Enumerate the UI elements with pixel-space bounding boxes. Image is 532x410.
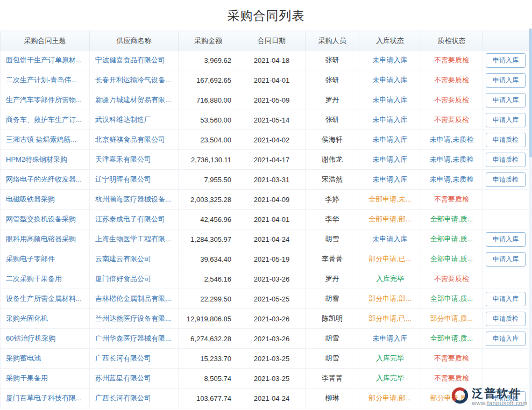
apply-warehouse-button[interactable]: 申请入库: [486, 292, 526, 306]
contract-subject-link[interactable]: 眼科用高频电镕器采购: [6, 235, 76, 243]
qc-status: 未申请,未质检: [430, 175, 474, 183]
contract-date: 2021-05-25: [238, 289, 306, 309]
warehouse-status: 部分申请,部...: [368, 294, 411, 303]
contract-subject-link[interactable]: 采购电子零部件: [6, 255, 55, 263]
table-row: 厦门百草电子科技有限...广西长河有限公司103,677.742021-04-2…: [1, 389, 529, 408]
table-row: 商务车、救护车生产订...武汉科维达制造厂53,560.002021-05-14…: [1, 110, 529, 130]
warehouse-status: 部分申请,部...: [368, 394, 411, 402]
supplier-name-link[interactable]: 江苏泰成电子有限公司: [95, 215, 165, 223]
qc-status: 全部申请,质...: [430, 294, 473, 303]
table-row: 二次生产计划-青岛伟...长春开利运输冷气设备...167,692.652021…: [1, 70, 529, 90]
warehouse-status: 全部申请,未...: [368, 195, 411, 203]
supplier-name-link[interactable]: 广西长河有限公司: [95, 354, 151, 362]
warehouse-status: 入库完毕: [376, 374, 404, 382]
contract-date: 2021-04-17: [238, 150, 306, 170]
warehouse-status: 入库完毕: [376, 275, 404, 283]
apply-qc-button[interactable]: 申请质检: [486, 133, 526, 147]
contract-subject-link[interactable]: 采购干果备用: [6, 374, 48, 382]
scrollbar-thumb[interactable]: [529, 28, 532, 157]
purchaser-name: 谢伟龙: [306, 150, 359, 170]
contract-subject-link[interactable]: 电磁吸铁器采购: [6, 195, 55, 203]
contract-date: 2021-03-25: [238, 369, 306, 389]
contract-subject-link[interactable]: 厦门百草电子科技有限...: [6, 394, 82, 402]
table-row: 采购干果备用苏州蓝星有限公司8,505.742021-03-25李菁菁入库完毕不…: [1, 369, 529, 389]
contract-subject-link[interactable]: 生产汽车零部件所需物...: [6, 96, 82, 104]
purchaser-name: 李菁菁: [306, 249, 359, 269]
supplier-name-link[interactable]: 北京鲜祺食品有限公司: [95, 135, 165, 143]
contract-date: 2021-04-09: [238, 190, 306, 210]
contract-subject-link[interactable]: 设备生产所需金属材料...: [6, 294, 82, 303]
apply-warehouse-button[interactable]: 申请入库: [486, 53, 526, 68]
table-row: 采购电子零部件云南建云有限公司39,634.402021-05-19李菁菁部分申…: [1, 249, 529, 269]
contract-date: 2021-04-24: [238, 229, 306, 249]
contract-subject-link[interactable]: 网络电子的光纤收发器...: [6, 175, 82, 183]
contract-date: 2021-04-24: [238, 389, 306, 408]
amount-value: 39,634.40: [179, 249, 238, 269]
contract-date: 2021-05-19: [238, 249, 306, 269]
warehouse-status: 全部申请,部...: [368, 215, 411, 223]
purchaser-name: 宋浩然: [306, 170, 359, 190]
table-row: 采购光固化机兰州达然医疗设备有限...12,919,806.852021-03-…: [1, 309, 529, 329]
supplier-name-link[interactable]: 厦门倍好食品公司: [95, 275, 151, 283]
contract-subject-link[interactable]: HPM2特殊钢材采购: [6, 155, 67, 163]
contract-subject-link[interactable]: 面包饼干生产订单原材...: [6, 56, 82, 64]
qc-status: 不需要质检: [434, 354, 469, 362]
purchaser-name: 罗丹: [306, 269, 359, 289]
contract-subject-link[interactable]: 二次生产计划-青岛伟...: [6, 76, 77, 84]
qc-status: 不需要质检: [434, 275, 469, 283]
qc-status: 全部申请,质...: [430, 255, 473, 263]
column-header-person: 采购人员: [306, 31, 359, 51]
supplier-name-link[interactable]: 杭州瀚海医疗器械设备...: [95, 195, 171, 203]
table-row: 采购蓄电池广西长河有限公司15,233.702021-03-25胡雪入库完毕不需…: [1, 349, 529, 369]
supplier-name-link[interactable]: 广西长河有限公司: [95, 394, 151, 402]
fanpu-logo-icon: [451, 386, 469, 407]
contract-subject-link[interactable]: 采购蓄电池: [6, 354, 41, 362]
supplier-name-link[interactable]: 长春开利运输冷气设备...: [95, 76, 171, 84]
contract-subject-link[interactable]: 二次采购干果备用: [6, 275, 62, 283]
column-header-qc: 质检状态: [421, 31, 483, 51]
warehouse-status: 未申请入库: [373, 116, 408, 124]
contract-date: 2021-03-26: [238, 309, 306, 329]
supplier-name-link[interactable]: 苏州蓝星有限公司: [95, 374, 151, 382]
supplier-name-link[interactable]: 广州华森医疗器械有限...: [95, 334, 171, 342]
amount-value: 2,546.16: [179, 269, 238, 289]
qc-status: 不需要质检: [434, 374, 469, 382]
contracts-table: 采购合同主题供应商名称采购金额合同日期采购人员入库状态质检状态 面包饼干生产订单…: [0, 31, 529, 408]
apply-warehouse-button[interactable]: 申请入库: [486, 332, 526, 346]
supplier-name-link[interactable]: 天津嘉禾有限公司: [95, 155, 151, 163]
apply-qc-button[interactable]: 申请质检: [486, 312, 526, 326]
table-row: 三湘古镇 盐焗素鸡筋...北京鲜祺食品有限公司23,504.002021-04-…: [1, 130, 529, 150]
supplier-name-link[interactable]: 武汉科维达制造厂: [95, 116, 151, 124]
vertical-scrollbar[interactable]: [529, 28, 532, 410]
supplier-name-link[interactable]: 吉林楷伦金属制品有限...: [95, 294, 171, 303]
apply-warehouse-button[interactable]: 申请入库: [486, 93, 526, 107]
supplier-name-link[interactable]: 上海生物医学工程有限...: [95, 235, 171, 243]
supplier-name-link[interactable]: 云南建云有限公司: [95, 255, 151, 263]
apply-qc-button[interactable]: 申请质检: [486, 172, 526, 187]
supplier-name-link[interactable]: 宁波健喜食品有限公司: [95, 56, 165, 64]
supplier-name-link[interactable]: 辽宁明晖有限公司: [95, 175, 151, 183]
supplier-name-link[interactable]: 新疆万城建材贸易有限...: [95, 96, 171, 104]
apply-qc-button[interactable]: 申请质检: [486, 153, 526, 167]
warehouse-status: 未申请入库: [373, 235, 408, 243]
contract-date: 2021-03-26: [238, 269, 306, 289]
warehouse-status: 入库完毕: [376, 354, 404, 362]
contract-subject-link[interactable]: 商务车、救护车生产订...: [6, 116, 82, 124]
contract-subject-link[interactable]: 采购光固化机: [6, 314, 48, 322]
apply-warehouse-button[interactable]: 申请入库: [486, 252, 526, 267]
supplier-name-link[interactable]: 兰州达然医疗设备有限...: [95, 314, 171, 322]
amount-value: 8,505.74: [179, 369, 238, 389]
contract-subject-link[interactable]: 三湘古镇 盐焗素鸡筋...: [6, 135, 76, 143]
amount-value: 2,736,130.11: [179, 150, 238, 170]
contract-subject-link[interactable]: 网管型交换机设备采购: [6, 215, 76, 223]
apply-warehouse-button[interactable]: 申请入库: [486, 232, 526, 247]
contract-date: 2021-05-14: [238, 110, 306, 130]
table-row: 网络电子的光纤收发器...辽宁明晖有限公司7,955.502021-03-31宋…: [1, 170, 529, 190]
purchaser-name: 李华: [306, 210, 359, 229]
contract-subject-link[interactable]: 60钴治疗机采购: [6, 334, 55, 342]
purchaser-name: 张研: [306, 110, 359, 130]
apply-warehouse-button[interactable]: 申请入库: [486, 73, 526, 88]
apply-warehouse-button[interactable]: 申请入库: [486, 113, 526, 127]
column-header-warehouse: 入库状态: [359, 31, 421, 51]
qc-status: 不需要质检: [434, 195, 469, 203]
